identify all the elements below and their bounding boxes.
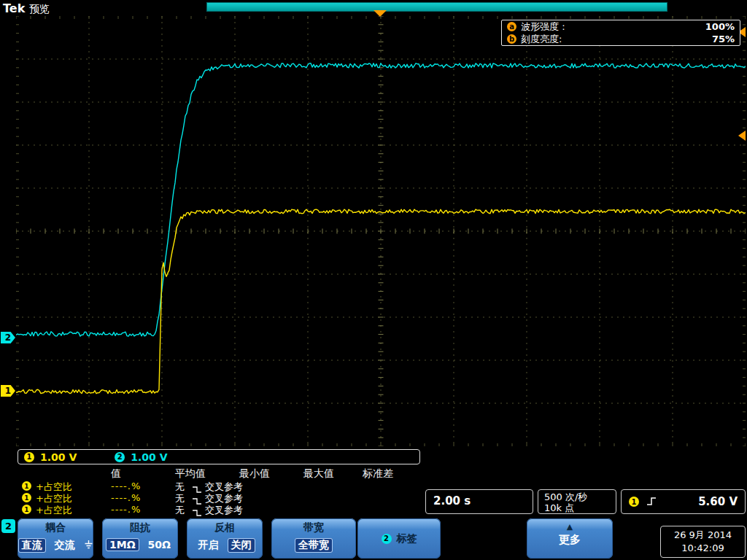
time-value: 10:42:09 [661,542,745,555]
bandwidth-title: 带宽 [271,521,356,534]
impedance-option-1mohm[interactable]: 1MΩ [106,538,139,551]
trigger-level-value: 5.60 V [698,495,738,508]
acquisition-readout: 500 次/秒 10k 点 [538,489,616,514]
label-button[interactable]: 2 标签 [357,518,441,559]
measurement-status-prefix: 无 [175,504,185,517]
horizontal-scale-readout: 2.00 s [425,489,533,514]
coupling-title: 耦合 [18,521,93,534]
invert-option-on[interactable]: 开启 [195,538,222,553]
impedance-option-50ohm[interactable]: 50Ω [144,538,174,551]
measurement-value: ----.% [111,492,141,503]
brand-logo: Tek [3,1,25,15]
measurement-status: 交叉参考 [205,504,243,517]
knob-a-icon: a [507,22,516,31]
trigger-source-badge: 1 [629,497,639,507]
ch1-scale-group: 1 1.00 V [24,451,77,463]
measurement-ch-badge: 1 [22,493,31,502]
coupling-option-ac[interactable]: 交流 [51,538,79,553]
ch2-trace [16,63,746,336]
datetime-display: 26 9月 2014 10:42:09 [660,526,746,558]
trigger-readout: 1 5.60 V [621,489,746,514]
rising-edge-icon [646,495,657,509]
acquisition-progress-bar [206,2,667,12]
chevron-up-icon: ▲ [527,522,613,532]
measurement-row: 1 +占空比 ----.% 无 交叉参考 [18,504,420,516]
active-channel-badge: 2 [1,519,15,533]
measurement-col-value: 值 [111,467,121,481]
coupling-button[interactable]: 耦合 直流 交流 [18,518,93,559]
impedance-button[interactable]: 阻抗 1MΩ 50Ω [102,518,178,559]
waveform-layer [16,16,746,446]
ch1-scale-value: 1.00 V [40,451,77,463]
measurement-col-max: 最大值 [303,467,334,481]
measurement-row: 1 +占空比 ----.% 无 交叉参考 [18,492,420,504]
measurement-value: ----.% [111,504,141,515]
channel-scale-readout: 1 1.00 V 2 1.00 V [18,449,420,464]
waveform-intensity-row: a 波形强度 : 100% [502,20,740,33]
bandwidth-option-full[interactable]: 全带宽 [295,538,333,553]
ch1-badge: 1 [24,452,34,462]
invert-option-off[interactable]: 关闭 [228,538,255,553]
display-settings-popup: a 波形强度 : 100% b 刻度亮度: 75% [501,20,740,46]
graticule-intensity-label: 刻度亮度: [521,33,562,46]
ch1-position-marker[interactable]: 1 [1,385,15,397]
measurement-row: 1 +占空比 ----.% 无 交叉参考 [18,481,420,492]
invert-button[interactable]: 反相 开启 关闭 [187,518,263,559]
ch1-trace [16,209,746,394]
measurement-col-stddev: 标准差 [363,467,393,481]
graticule-intensity-row: b 刻度亮度: 75% [502,33,740,45]
ch2-badge: 2 [115,452,125,462]
scope-screen: Tek 预览 2 1 a 波形强度 : 100% b 刻度亮度: 75% 1 1… [0,0,747,560]
date-value: 26 9月 2014 [661,529,745,542]
ch2-position-marker[interactable]: 2 [1,332,15,343]
ch2-scale-value: 1.00 V [131,451,167,463]
measurement-value: ----.% [111,481,141,491]
waveform-intensity-label: 波形强度 : [521,20,565,34]
bandwidth-button[interactable]: 带宽 全带宽 [271,518,356,559]
acquisition-rate: 500 次/秒 [544,491,616,502]
measurement-name: +占空比 [36,504,72,517]
measurement-col-min: 最小值 [239,467,270,481]
record-length: 10k 点 [544,502,616,513]
knob-b-icon: b [507,34,516,44]
impedance-title: 阻抗 [102,521,178,534]
ch2-scale-group: 2 1.00 V [115,451,167,463]
horizontal-scale-value: 2.00 s [433,494,533,508]
measurement-ch-badge: 1 [22,505,31,514]
label-channel-badge: 2 [382,534,392,544]
invert-title: 反相 [187,521,263,534]
more-button[interactable]: ▲ 更多 [527,518,613,559]
ground-icon[interactable] [84,540,93,551]
waveform-intensity-value: 100% [705,21,735,32]
more-title: 更多 [527,533,613,547]
measurement-ch-badge: 1 [22,481,31,491]
coupling-option-dc[interactable]: 直流 [18,538,46,553]
graticule-intensity-value: 75% [712,34,735,44]
acquisition-mode-label: 预览 [29,3,50,16]
label-title: 标签 [397,532,417,545]
measurement-col-mean: 平均值 [175,467,206,481]
